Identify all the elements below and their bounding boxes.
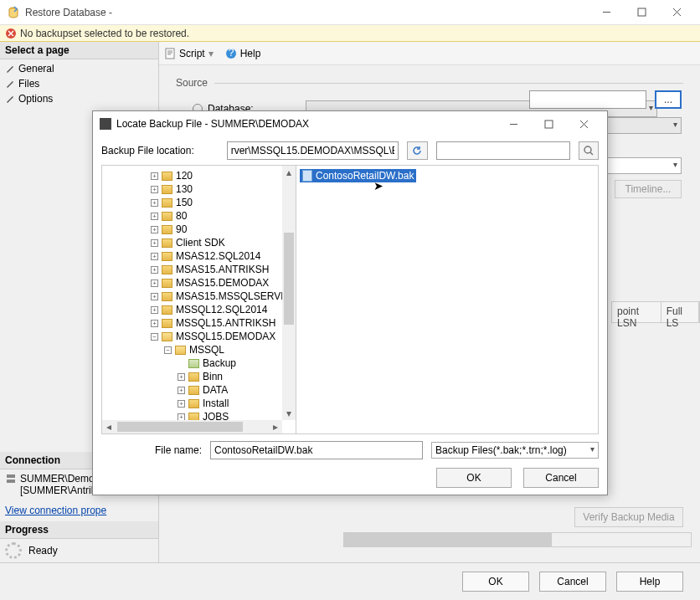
- expand-toggle[interactable]: +: [178, 400, 185, 408]
- expand-toggle[interactable]: +: [178, 373, 185, 381]
- tree-horizontal-scrollbar[interactable]: ◂▸: [102, 420, 282, 433]
- select-page-header: Select a page: [0, 42, 158, 59]
- folder-icon: [162, 172, 172, 181]
- tree-node[interactable]: +JOBS: [104, 410, 281, 420]
- tree-node[interactable]: +Install: [104, 397, 281, 410]
- main-ok-button[interactable]: OK: [462, 572, 529, 592]
- tree-node-label: MSSQL15.DEMODAX: [174, 331, 277, 342]
- device-input[interactable]: [529, 90, 646, 109]
- filename-input[interactable]: [210, 441, 423, 459]
- expand-toggle[interactable]: +: [151, 226, 158, 233]
- expand-toggle[interactable]: −: [151, 333, 158, 341]
- tree-node-label: MSAS12.SQL2014: [174, 250, 262, 262]
- folder-icon: [188, 413, 199, 421]
- tree-node-label: 90: [174, 223, 188, 235]
- dialog-ok-button[interactable]: OK: [436, 468, 512, 488]
- svg-point-9: [584, 146, 591, 153]
- backup-sets-table-header: point LSN Full LS: [611, 301, 700, 323]
- expand-toggle[interactable]: +: [151, 320, 158, 327]
- tree-node-label: DATA: [201, 384, 229, 396]
- main-cancel-button[interactable]: Cancel: [539, 572, 606, 592]
- folder-tree[interactable]: +120+130+150+80+90+Client SDK+MSAS12.SQL…: [102, 166, 296, 433]
- refresh-button[interactable]: [407, 141, 427, 160]
- browse-device-button[interactable]: ...: [655, 90, 682, 109]
- expand-toggle[interactable]: +: [178, 413, 185, 421]
- folder-icon: [188, 386, 199, 395]
- expand-toggle[interactable]: +: [151, 279, 158, 287]
- expand-toggle[interactable]: +: [151, 253, 158, 260]
- expand-toggle[interactable]: +: [151, 306, 158, 314]
- tree-node-label: 130: [174, 183, 194, 195]
- tree-node[interactable]: Backup: [104, 356, 281, 370]
- expand-toggle[interactable]: +: [151, 172, 158, 180]
- expand-toggle[interactable]: +: [151, 213, 158, 220]
- location-input[interactable]: [227, 141, 399, 160]
- tree-node[interactable]: +Binn: [104, 370, 281, 383]
- page-item-options[interactable]: Options: [5, 91, 153, 106]
- file-list[interactable]: ContosoRetailDW.bak ➤: [296, 166, 598, 433]
- expand-toggle[interactable]: +: [151, 186, 158, 193]
- tree-node[interactable]: +MSAS15.ANTRIKSH: [104, 263, 281, 276]
- tree-vertical-scrollbar[interactable]: ▴▾: [282, 166, 296, 420]
- verify-media-button[interactable]: Verify Backup Media: [574, 507, 683, 527]
- tree-node-label: JOBS: [201, 411, 230, 420]
- tree-node[interactable]: +MSAS15.DEMODAX: [104, 276, 281, 290]
- search-input[interactable]: [436, 141, 570, 160]
- main-help-button[interactable]: Help: [616, 572, 683, 592]
- tree-node[interactable]: +MSSQL15.ANTRIKSH: [104, 316, 281, 330]
- folder-icon: [162, 185, 172, 194]
- minimize-button[interactable]: [589, 3, 623, 22]
- dialog-maximize-button[interactable]: [532, 115, 565, 133]
- expand-toggle[interactable]: +: [151, 239, 158, 247]
- tree-node-label: MSAS15.MSSQLSERVER: [174, 290, 282, 302]
- timeline-button[interactable]: Timeline...: [615, 180, 682, 198]
- dialog-minimize-button[interactable]: [497, 115, 530, 133]
- tree-node-label: MSSQL15.ANTRIKSH: [174, 317, 277, 329]
- page-item-files[interactable]: Files: [5, 76, 153, 91]
- location-label: Backup File location:: [101, 145, 219, 156]
- filename-label: File name:: [101, 444, 202, 456]
- tree-node[interactable]: +120: [104, 169, 281, 182]
- view-connection-link[interactable]: View connection prope: [0, 500, 158, 521]
- tree-node[interactable]: +MSSQL12.SQL2014: [104, 303, 281, 316]
- expand-toggle[interactable]: +: [151, 266, 158, 274]
- tree-node-label: Client SDK: [174, 237, 227, 249]
- tree-node[interactable]: +MSAS12.SQL2014: [104, 249, 281, 263]
- server-icon: [5, 473, 17, 485]
- page-item-general[interactable]: General: [5, 61, 153, 76]
- filetype-filter-combo[interactable]: Backup Files(*.bak;*.trn;*.log): [431, 442, 599, 459]
- folder-icon: [162, 225, 172, 234]
- tree-node-label: 120: [174, 170, 194, 182]
- folder-icon: [162, 332, 172, 341]
- maximize-button[interactable]: [625, 3, 658, 22]
- close-button[interactable]: [660, 3, 693, 22]
- restore-db-icon: [7, 6, 20, 19]
- dialog-cancel-button[interactable]: Cancel: [523, 468, 599, 488]
- tree-node[interactable]: +150: [104, 196, 281, 209]
- expand-toggle[interactable]: +: [151, 199, 158, 207]
- expand-toggle[interactable]: −: [164, 346, 172, 354]
- tree-node[interactable]: −MSSQL15.DEMODAX: [104, 330, 281, 343]
- tree-node[interactable]: +DATA: [104, 383, 281, 397]
- tree-node[interactable]: +130: [104, 182, 281, 196]
- search-button[interactable]: [579, 141, 599, 160]
- script-button[interactable]: Script: [179, 48, 205, 59]
- dialog-close-button[interactable]: [567, 115, 600, 133]
- folder-icon: [162, 319, 172, 328]
- tree-node[interactable]: +Client SDK: [104, 236, 281, 249]
- locate-backup-dialog: Locate Backup File - SUMMER\DEMODAX Back…: [92, 110, 608, 495]
- horizontal-scrollbar[interactable]: [343, 532, 692, 547]
- folder-icon: [188, 372, 199, 382]
- help-button[interactable]: Help: [240, 48, 261, 59]
- tree-node-label: MSSQL: [188, 344, 226, 356]
- tree-node[interactable]: +MSAS15.MSSQLSERVER: [104, 290, 281, 303]
- tree-node[interactable]: +80: [104, 209, 281, 223]
- file-item-selected[interactable]: ContosoRetailDW.bak: [300, 169, 416, 182]
- warning-text: No backupset selected to be restored.: [20, 28, 189, 39]
- tree-node[interactable]: +90: [104, 223, 281, 236]
- tree-node[interactable]: −MSSQL: [104, 343, 281, 356]
- cursor-icon: ➤: [373, 179, 383, 192]
- expand-toggle[interactable]: +: [151, 293, 158, 300]
- svg-text:?: ?: [228, 48, 234, 59]
- expand-toggle[interactable]: +: [178, 387, 185, 394]
